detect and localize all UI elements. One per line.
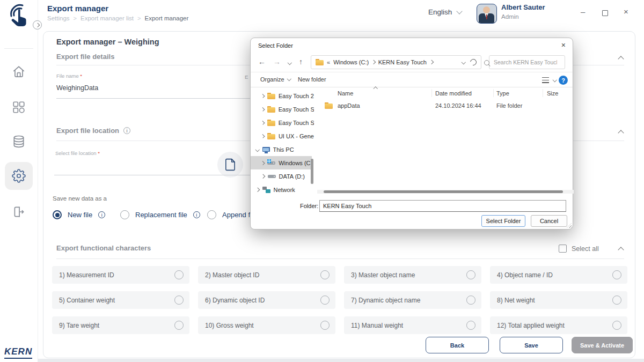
save-button[interactable]: Save [500, 337, 563, 353]
select-all-control[interactable]: Select all [559, 245, 599, 253]
radio-icon[interactable] [207, 210, 216, 219]
radio-icon[interactable] [320, 295, 330, 305]
tree-item-windows-c[interactable]: Windows (C:) [251, 156, 312, 169]
functional-item-4[interactable]: 4) Object name / ID [490, 266, 627, 284]
collapse-functional-icon[interactable] [618, 247, 624, 253]
radio-icon[interactable] [466, 270, 475, 279]
address-segment[interactable]: Windows (C:) [333, 59, 369, 65]
breadcrumb-item[interactable]: Export manager list [80, 15, 134, 21]
functional-item-11[interactable]: 11) Manual weight [344, 316, 481, 334]
column-divider[interactable] [543, 89, 543, 97]
language-selector[interactable]: English [428, 8, 462, 16]
nav-history-dropdown-icon[interactable] [288, 61, 292, 65]
info-icon[interactable] [98, 211, 105, 218]
refresh-icon[interactable] [469, 58, 478, 67]
address-dropdown-icon[interactable] [461, 60, 465, 64]
column-date-modified[interactable]: Date modified [435, 90, 472, 97]
folder-name-input[interactable] [319, 200, 566, 212]
help-icon[interactable] [559, 76, 568, 85]
radio-new-file[interactable]: New file [53, 210, 105, 219]
browse-file-location-button[interactable] [217, 152, 243, 178]
chevron-down-icon[interactable] [255, 147, 260, 152]
nav-forward-icon[interactable]: → [273, 57, 281, 66]
radio-icon[interactable] [612, 295, 621, 305]
functional-item-10[interactable]: 10) Gross weight [198, 316, 335, 334]
sidebar-expand-button[interactable] [33, 20, 42, 29]
chevron-right-icon[interactable] [261, 94, 265, 98]
horizontal-scrollbar[interactable] [317, 190, 574, 194]
tree-item-easy-touch-20[interactable]: Easy Touch 2.0 [251, 89, 314, 102]
chevron-right-icon[interactable] [261, 174, 265, 179]
nav-up-icon[interactable]: ↑ [299, 57, 303, 66]
radio-icon[interactable] [320, 321, 330, 330]
address-segment[interactable]: KERN Easy Touch [378, 59, 427, 65]
tree-item-easy-touch-sup-2[interactable]: Easy Touch Sup [251, 116, 314, 129]
collapse-file-details-icon[interactable] [618, 56, 624, 62]
view-dropdown-icon[interactable] [552, 78, 557, 82]
functional-item-7[interactable]: 7) Dynamic object name [344, 291, 481, 309]
save-activate-button[interactable]: Save & Activate [572, 337, 633, 353]
search-box[interactable] [489, 55, 565, 69]
tree-scrollbar[interactable] [311, 159, 313, 184]
tree-item-network[interactable]: Network [251, 183, 314, 196]
radio-icon[interactable] [612, 321, 621, 330]
checkbox-icon[interactable] [559, 245, 567, 253]
functional-item-12[interactable]: 12) Total applied weight [490, 316, 627, 334]
column-type[interactable]: Type [496, 90, 509, 97]
nav-back-icon[interactable]: ← [258, 57, 266, 66]
avatar[interactable] [477, 4, 497, 24]
breadcrumb-item[interactable]: Settings [47, 15, 70, 21]
radio-icon[interactable] [612, 270, 621, 279]
tree-item-data-d[interactable]: DATA (D:) [251, 169, 314, 183]
functional-item-5[interactable]: 5) Container weight [52, 291, 189, 309]
tree-item-this-pc[interactable]: This PC [251, 143, 314, 156]
sidebar-item-export[interactable] [12, 205, 26, 219]
sidebar-item-settings[interactable] [12, 169, 26, 183]
info-icon[interactable] [193, 211, 200, 218]
radio-icon[interactable] [174, 270, 184, 279]
file-name-input[interactable]: WeighingData [56, 84, 98, 92]
close-button[interactable]: × [624, 8, 628, 16]
file-row-appdata[interactable]: appData 24.10.2024 16:44 File folder [317, 100, 574, 112]
functional-item-6[interactable]: 6) Dynamic object ID [198, 291, 335, 309]
functional-item-2[interactable]: 2) Master object ID [198, 266, 335, 284]
column-divider[interactable] [431, 89, 432, 97]
search-input[interactable] [489, 56, 557, 69]
column-divider[interactable] [493, 89, 494, 97]
resize-grip[interactable] [567, 223, 572, 228]
select-folder-button[interactable]: Select Folder [481, 215, 525, 227]
chevron-right-icon[interactable] [261, 121, 265, 124]
functional-item-9[interactable]: 9) Tare weight [52, 316, 189, 334]
functional-item-3[interactable]: 3) Master object name [344, 266, 481, 284]
radio-icon[interactable] [120, 210, 129, 219]
functional-item-8[interactable]: 8) Net weight [490, 291, 627, 309]
tree-item-ui-ux-general[interactable]: UI UX - Genera [251, 129, 314, 143]
chevron-right-icon[interactable] [261, 161, 265, 165]
chevron-right-icon[interactable] [261, 107, 265, 111]
tree-item-easy-touch-sup-1[interactable]: Easy Touch Sup [251, 102, 314, 116]
view-list-icon[interactable] [542, 77, 549, 83]
functional-item-1[interactable]: 1) Measurement ID [52, 266, 189, 284]
new-folder-button[interactable]: New folder [298, 76, 326, 83]
address-bar[interactable]: « Windows (C:) KERN Easy Touch [311, 55, 481, 69]
radio-icon[interactable] [174, 295, 184, 305]
dialog-close-button[interactable]: × [561, 41, 566, 49]
back-button[interactable]: Back [426, 337, 489, 353]
radio-replacement-file[interactable]: Replacement file [120, 210, 200, 219]
collapse-file-location-icon[interactable] [618, 130, 624, 136]
chevron-right-icon[interactable] [255, 188, 260, 192]
column-name[interactable]: Name [338, 90, 353, 97]
sidebar-item-home[interactable] [12, 65, 26, 79]
column-size[interactable]: Size [547, 90, 558, 97]
radio-append-file[interactable]: Append f [207, 210, 250, 219]
cancel-button[interactable]: Cancel [531, 215, 567, 227]
scrollbar-thumb[interactable] [324, 190, 563, 193]
radio-icon[interactable] [466, 295, 475, 305]
sidebar-item-data[interactable] [12, 135, 26, 149]
minimize-button[interactable]: – [581, 8, 585, 16]
radio-icon[interactable] [466, 321, 475, 330]
organize-button[interactable]: Organize [260, 76, 290, 83]
radio-icon[interactable] [320, 270, 330, 279]
sidebar-item-apps[interactable] [12, 100, 26, 114]
info-icon[interactable] [123, 127, 130, 134]
